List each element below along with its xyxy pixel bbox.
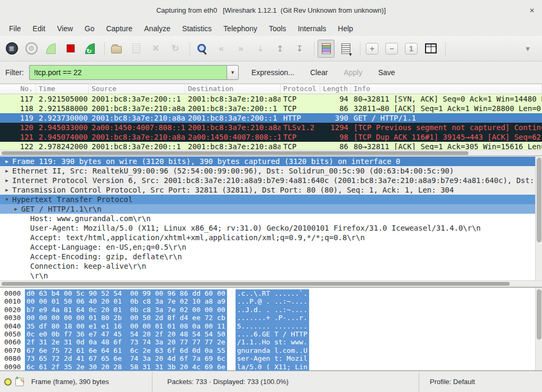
column-header-destination[interactable]: Destination <box>185 84 281 94</box>
start-capture-button[interactable] <box>42 40 59 58</box>
hex-vscrollbar[interactable] <box>535 288 542 370</box>
hex-row-0050[interactable]: 00500c e0 0b f7 36 e7 47 45 54 20 2f 20 … <box>0 330 542 338</box>
open-file-button[interactable] <box>108 40 125 58</box>
hex-row-0070[interactable]: 007067 6e 75 72 61 6e 64 61 6c 2e 63 6f … <box>0 347 542 354</box>
capture-options-button[interactable]: ⚙ <box>23 40 40 58</box>
resize-columns-button[interactable] <box>422 40 439 58</box>
menu-item-go[interactable]: Go <box>79 21 101 36</box>
menu-item-analyze[interactable]: Analyze <box>138 21 176 36</box>
column-header-info[interactable]: Info <box>351 84 542 94</box>
packet-list-hscrollbar[interactable] <box>0 150 542 156</box>
colorize-button[interactable] <box>318 40 335 58</box>
detail-row[interactable]: ▶Transmission Control Protocol, Src Port… <box>0 185 542 195</box>
detail-text: Transmission Control Protocol, Src Port:… <box>12 185 454 195</box>
expand-icon[interactable]: ▶ <box>3 185 11 195</box>
window-close-button[interactable]: ✕ <box>529 0 535 21</box>
go-to-top-button[interactable]: ↥ <box>272 40 288 58</box>
capture-comment-icon[interactable] <box>15 378 24 386</box>
column-header-no[interactable]: No. <box>0 84 36 94</box>
detail-text: User-Agent: Mozilla/5.0 (X11; Linux x86_… <box>30 223 481 233</box>
find-packet-button[interactable] <box>193 40 210 58</box>
menu-item-file[interactable]: File <box>3 21 27 36</box>
expression-button[interactable]: Expression... <box>251 68 294 77</box>
detail-row[interactable]: ▶GET / HTTP/1.1\r\n <box>0 204 542 214</box>
cell-time: 2.923730000 <box>36 113 89 123</box>
hex-row-0080[interactable]: 008073 65 72 2d 41 67 65 6e 74 3a 20 4d … <box>0 354 542 362</box>
expert-info-icon[interactable] <box>4 378 12 386</box>
column-header-length[interactable]: Length <box>320 84 351 94</box>
menu-item-internals[interactable]: Internals <box>292 21 332 36</box>
collapse-icon[interactable]: ▼ <box>3 195 11 204</box>
overflow-menu-button[interactable]: ▾ <box>519 40 536 58</box>
detail-row[interactable]: Accept: text/html,application/xhtml+xml,… <box>0 233 542 242</box>
detail-row[interactable]: \r\n <box>0 271 542 280</box>
details-vscrollbar[interactable] <box>535 156 542 280</box>
expand-icon[interactable]: ▶ <box>3 166 11 176</box>
hex-row-0090[interactable]: 00906c 61 2f 35 2e 30 20 28 58 31 31 3b … <box>0 363 542 371</box>
detail-row[interactable]: ▶Ethernet II, Src: RealtekU_99:00:96 (52… <box>0 166 542 176</box>
save-button[interactable]: Save <box>378 68 395 77</box>
detail-row[interactable]: ▼Hypertext Transfer Protocol <box>0 195 542 204</box>
menu-item-help[interactable]: Help <box>332 21 359 36</box>
filter-input[interactable] <box>29 65 227 80</box>
menu-item-statistics[interactable]: Statistics <box>176 21 218 36</box>
menu-item-tools[interactable]: Tools <box>263 21 292 36</box>
hex-row-0000[interactable]: 0000d0 63 b4 00 5c 90 52 54 00 99 00 96 … <box>0 289 542 297</box>
menu-item-capture[interactable]: Capture <box>100 21 138 36</box>
packet-row-121[interactable]: 1212.9450740002001:bc8:3a7e:210:a8a9:b7e… <box>0 132 542 142</box>
cell-length: 94 <box>320 94 351 104</box>
hex-vscroll-thumb[interactable] <box>537 289 541 340</box>
details-hscrollbar[interactable] <box>0 280 542 286</box>
menu-item-telephony[interactable]: Telephony <box>218 21 263 36</box>
cell-info: 80→32811 [SYN, ACK] Seq=0 Ack=1 Win=1448… <box>351 94 542 104</box>
column-header-time[interactable]: Time <box>36 84 89 94</box>
menu-item-edit[interactable]: Edit <box>27 21 51 36</box>
packet-row-122[interactable]: 1222.9782420002001:bc8:3a7e:200::12001:b… <box>0 142 542 150</box>
details-vscroll-thumb[interactable] <box>537 158 541 242</box>
filter-dropdown-button[interactable]: ▼ <box>227 65 239 80</box>
zoom-out-icon: − <box>385 43 398 54</box>
detail-row[interactable]: Host: www.gnurandal.com\r\n <box>0 214 542 223</box>
cell-destination: 2001:bc8:3a7e:200::1 <box>185 104 281 113</box>
zoom-in-icon: + <box>366 43 378 54</box>
detail-row[interactable]: User-Agent: Mozilla/5.0 (X11; Linux x86_… <box>0 223 542 233</box>
clear-button[interactable]: Clear <box>310 68 328 77</box>
expand-icon[interactable]: ▶ <box>12 204 20 214</box>
detail-row[interactable]: Accept-Language: en-US,en;q=0.5\r\n <box>0 242 542 252</box>
cell-source: 2001:bc8:3a7e:210:a8a9:b7e9:4a81:640c <box>89 113 185 123</box>
cell-no: 117 <box>0 94 36 104</box>
expand-icon[interactable]: ▶ <box>3 176 11 185</box>
details-hscroll-thumb[interactable] <box>2 282 510 286</box>
hex-row-0030[interactable]: 003000 00 00 00 00 01 80 2b 00 50 2d 8f … <box>0 314 542 322</box>
zoom-out-button[interactable]: − <box>383 40 400 58</box>
column-header-source[interactable]: Source <box>89 84 185 94</box>
status-middle-section: Packets: 733 · Displayed: 733 (100.0%) <box>152 371 419 392</box>
menu-item-view[interactable]: View <box>51 21 79 36</box>
list-interfaces-button[interactable]: ≣ <box>3 40 20 58</box>
packet-row-119[interactable]: 1192.9237300002001:bc8:3a7e:210:a8a9:b7e… <box>0 113 542 123</box>
packet-row-117[interactable]: 1172.9215050002001:bc8:3a7e:200::12001:b… <box>0 94 542 104</box>
detail-text: Accept-Encoding: gzip, deflate\r\n <box>30 252 182 261</box>
detail-row[interactable]: ▶Frame 119: 390 bytes on wire (3120 bits… <box>0 157 542 166</box>
auto-scroll-button[interactable] <box>337 40 354 58</box>
packet-row-118[interactable]: 1182.9215880002001:bc8:3a7e:210:a8a9:b7e… <box>0 104 542 113</box>
column-header-protocol[interactable]: Protocol <box>281 84 320 94</box>
hex-row-0010[interactable]: 001000 00 01 50 06 40 20 01 0b c8 3a 7e … <box>0 297 542 305</box>
restart-capture-button[interactable] <box>82 40 98 58</box>
packet-list-hscroll-thumb[interactable] <box>2 151 468 155</box>
zoom-in-button[interactable]: + <box>364 40 381 58</box>
hex-row-0040[interactable]: 004035 df 80 18 00 e1 e1 16 00 00 01 01 … <box>0 322 542 330</box>
zoom-100-button[interactable]: 1 <box>403 40 420 58</box>
cell-destination: 2001:bc8:3a7e:210:a8a9:b7e9:4a81:640c <box>185 142 281 150</box>
detail-row[interactable]: ▶Internet Protocol Version 6, Src: 2001:… <box>0 176 542 185</box>
go-back-button: « <box>213 40 230 58</box>
expand-icon[interactable]: ▶ <box>3 157 11 166</box>
detail-row[interactable]: Connection: keep-alive\r\n <box>0 261 542 271</box>
go-to-bottom-button[interactable]: ↧ <box>291 40 308 58</box>
detail-row[interactable]: Accept-Encoding: gzip, deflate\r\n <box>0 252 542 261</box>
menu-bar: FileEditViewGoCaptureAnalyzeStatisticsTe… <box>0 21 542 36</box>
packet-row-120[interactable]: 1202.9450330002a00:1450:4007:808::101200… <box>0 123 542 132</box>
hex-row-0020[interactable]: 0020b7 e9 4a 81 64 0c 20 01 0b c8 3a 7e … <box>0 306 542 314</box>
hex-row-0060[interactable]: 00602f 31 2e 31 0d 0a 48 6f 73 74 3a 20 … <box>0 338 542 346</box>
stop-capture-button[interactable] <box>62 40 79 58</box>
